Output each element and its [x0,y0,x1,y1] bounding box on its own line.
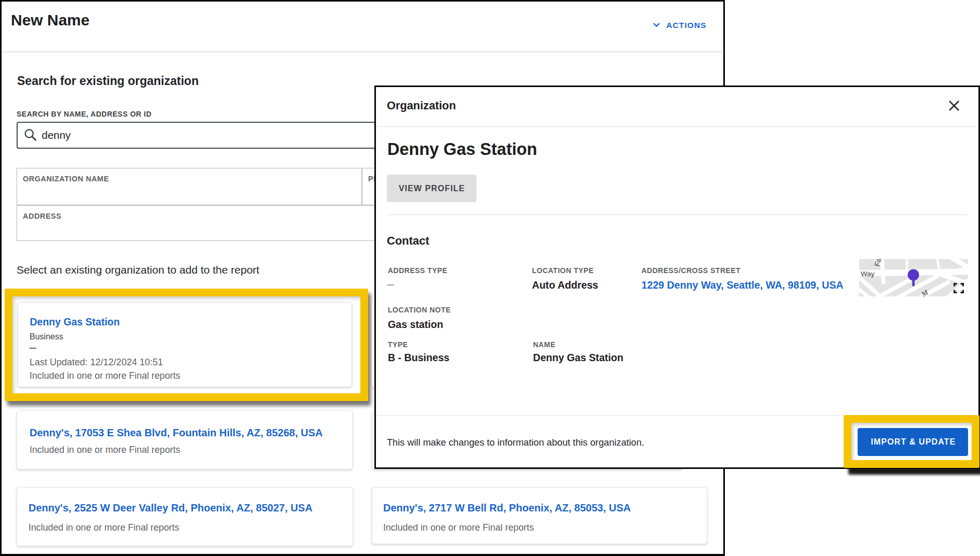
svg-text:Way: Way [861,270,875,278]
